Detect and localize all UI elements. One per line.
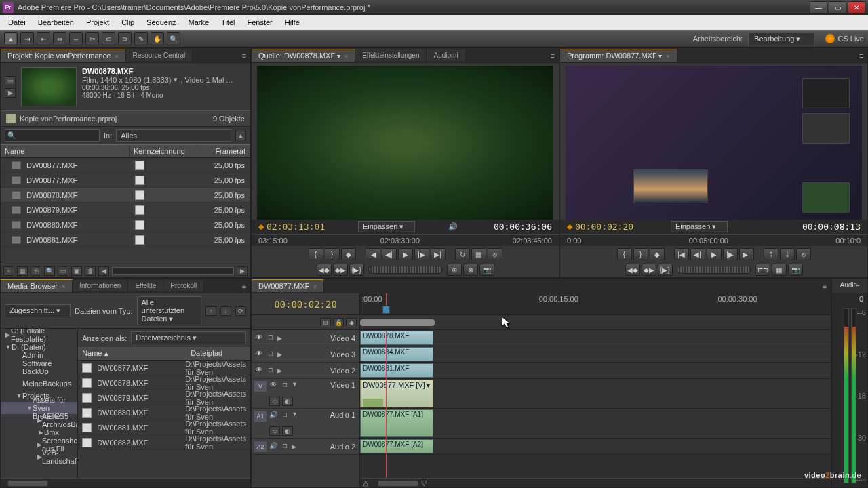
drive-select[interactable]: Zugeschnitt... ▾ xyxy=(5,304,71,317)
source-time-ruler[interactable]: 03:15:00 02:03:30:00 02:03:45:00 xyxy=(252,234,559,246)
goto-in-button[interactable]: |◀ xyxy=(674,248,689,260)
marker-icon[interactable]: ◆ xyxy=(258,222,264,231)
collapse-icon[interactable]: ▶ xyxy=(277,335,284,342)
insert-button[interactable]: ⊕ xyxy=(447,264,462,276)
collapse-icon[interactable]: ▶ xyxy=(292,443,298,450)
tree-item[interactable]: MeineBackups xyxy=(1,378,77,390)
label-swatch[interactable] xyxy=(135,161,144,170)
set-marker-button[interactable]: ◆ xyxy=(650,248,665,260)
menu-window[interactable]: Fenster xyxy=(241,17,277,28)
playhead[interactable] xyxy=(386,293,387,314)
close-icon[interactable]: × xyxy=(115,53,118,60)
icon-view-button[interactable]: ▦ xyxy=(17,266,28,276)
clip[interactable]: DW00881.MXF xyxy=(360,363,433,378)
close-icon[interactable]: × xyxy=(666,53,669,60)
file-row[interactable]: DW00879.MXFD:\Projects\Assets für Sven xyxy=(78,390,250,405)
workspace-select[interactable]: Bearbeitung ▾ xyxy=(748,33,814,45)
selection-tool[interactable]: ▲ xyxy=(4,32,18,45)
panel-menu-icon[interactable]: ≡ xyxy=(238,282,250,290)
speaker-icon[interactable]: 🔊 xyxy=(269,442,278,451)
media-browser-tab[interactable]: Media-Browser× xyxy=(1,279,73,292)
keyframe-button[interactable]: ◇ xyxy=(269,426,280,436)
zoom-tool[interactable]: 🔍 xyxy=(167,32,180,45)
poster-frame-button[interactable]: ▭ xyxy=(5,76,16,85)
eye-icon[interactable]: 👁 xyxy=(254,333,264,343)
goto-out-button[interactable]: ▶| xyxy=(739,248,754,260)
set-in-button[interactable]: { xyxy=(617,248,632,260)
project-search-input[interactable] xyxy=(5,129,100,142)
source-patch-a2[interactable]: A2 xyxy=(254,441,267,452)
menu-file[interactable]: Datei xyxy=(3,17,31,28)
label-swatch[interactable] xyxy=(135,190,144,200)
play-button[interactable]: ▶ xyxy=(707,248,722,260)
audio-mixer-tab[interactable]: Audiomi xyxy=(427,49,465,61)
project-item[interactable]: DW00878.MXF 25,00 fps xyxy=(1,188,250,203)
down-arrow-button[interactable]: ↓ xyxy=(220,306,231,316)
label-swatch[interactable] xyxy=(135,235,144,245)
history-tab[interactable]: Protokoll xyxy=(163,280,204,291)
close-icon[interactable]: × xyxy=(62,283,65,290)
file-type-select[interactable]: Alle unterstützten Dateien ▾ xyxy=(137,296,201,325)
clip[interactable]: DW00884.MXF xyxy=(360,347,433,361)
track-a2[interactable]: DW00877.MXF [A2] xyxy=(360,439,831,455)
panel-menu-icon[interactable]: ≡ xyxy=(547,52,559,60)
delete-button[interactable]: 🗑 xyxy=(85,266,96,276)
view-as-select[interactable]: Dateiverzeichnis ▾ xyxy=(131,331,246,344)
disclosure-icon[interactable]: ▶ xyxy=(37,429,44,436)
file-row[interactable]: DW00880.MXFD:\Projects\Assets für Sven xyxy=(78,405,250,420)
step-forward-button[interactable]: |▶ xyxy=(723,248,738,260)
disclosure-icon[interactable]: ▶ xyxy=(37,441,42,448)
panel-menu-icon[interactable]: ≡ xyxy=(855,52,867,60)
collapse-icon[interactable]: ▶ xyxy=(277,351,284,358)
track-header-a1[interactable]: A1 🔊 □ ▼ Audio 1 ◇ ◐ xyxy=(252,409,359,439)
trim-button[interactable]: ⊏⊐ xyxy=(755,264,770,276)
track-header-v3[interactable]: 👁 □ ▶ Video 3 xyxy=(252,346,359,363)
file-row[interactable]: DW00882.MXFD:\Projects\Assets für Sven xyxy=(78,435,250,450)
label-swatch[interactable] xyxy=(135,205,144,215)
project-item[interactable]: DW00879.MXF 25,00 fps xyxy=(1,203,250,218)
track-select-tool[interactable]: ⇥ xyxy=(20,32,34,45)
eye-icon[interactable]: 👁 xyxy=(254,366,264,375)
file-row[interactable]: DW00878.MXFD:\Projects\Assets für Sven xyxy=(78,375,250,390)
track-header-a2[interactable]: A2 🔊 □ ▶ Audio 2 xyxy=(252,439,359,455)
horizontal-scrollbar[interactable] xyxy=(112,267,234,275)
marker-icon[interactable]: ◆ xyxy=(567,222,572,231)
project-item[interactable]: DW00877.MXF 25,00 fps xyxy=(1,158,250,173)
sync-lock-button[interactable]: 🔒 xyxy=(333,318,344,327)
slip-tool[interactable]: ⊂ xyxy=(102,32,115,45)
lift-button[interactable]: ⇡ xyxy=(764,248,778,260)
scroll-up-button[interactable]: ▲ xyxy=(235,131,246,140)
keyframe-button[interactable]: ◇ xyxy=(269,396,280,406)
label-swatch[interactable] xyxy=(135,220,144,230)
track-v4[interactable]: DW00878.MXF xyxy=(360,330,831,346)
disclosure-icon[interactable]: ▶ xyxy=(5,331,11,338)
cslive-button[interactable]: CS Live xyxy=(825,34,864,43)
snap-button[interactable]: ⊞ xyxy=(320,318,331,327)
program-time-ruler[interactable]: 0:00 00:05:00:00 00:10:0 xyxy=(560,234,867,246)
slide-tool[interactable]: ⊃ xyxy=(118,32,132,45)
disclosure-icon[interactable]: ▼ xyxy=(26,405,33,411)
export-frame-button[interactable]: 📷 xyxy=(788,264,803,276)
step-back-button[interactable]: ◀| xyxy=(690,248,705,260)
close-icon[interactable]: × xyxy=(313,283,317,290)
project-item[interactable]: DW00881.MXF 25,00 fps xyxy=(1,232,250,247)
goto-in-button[interactable]: |◀ xyxy=(366,248,380,260)
horizontal-scrollbar[interactable] xyxy=(1,478,250,487)
play-inout-button[interactable]: {▶} xyxy=(658,264,673,276)
goto-prev-marker-button[interactable]: ◀◆ xyxy=(317,264,332,276)
minimize-button[interactable]: — xyxy=(810,1,827,14)
track-header-v4[interactable]: 👁 □ ▶ Video 4 xyxy=(252,330,359,346)
program-zoom-select[interactable]: Einpassen ▾ xyxy=(671,221,728,232)
menu-help[interactable]: Hilfe xyxy=(279,17,305,28)
ripple-edit-tool[interactable]: ⇤ xyxy=(37,32,50,45)
column-name[interactable]: Name ▴ xyxy=(78,347,186,360)
column-path[interactable]: Dateipfad xyxy=(186,347,250,360)
collapse-icon[interactable]: ▼ xyxy=(292,381,298,388)
file-row[interactable]: DW00881.MXFD:\Projects\Assets für Sven xyxy=(78,420,250,435)
menu-edit[interactable]: Bearbeiten xyxy=(33,17,79,28)
play-preview-button[interactable]: ▶ xyxy=(5,88,16,98)
goto-next-marker-button[interactable]: ◆▶ xyxy=(333,264,348,276)
pen-tool[interactable]: ✎ xyxy=(134,32,148,45)
menu-title[interactable]: Titel xyxy=(216,17,240,28)
loop-button[interactable]: ↻ xyxy=(455,248,470,260)
